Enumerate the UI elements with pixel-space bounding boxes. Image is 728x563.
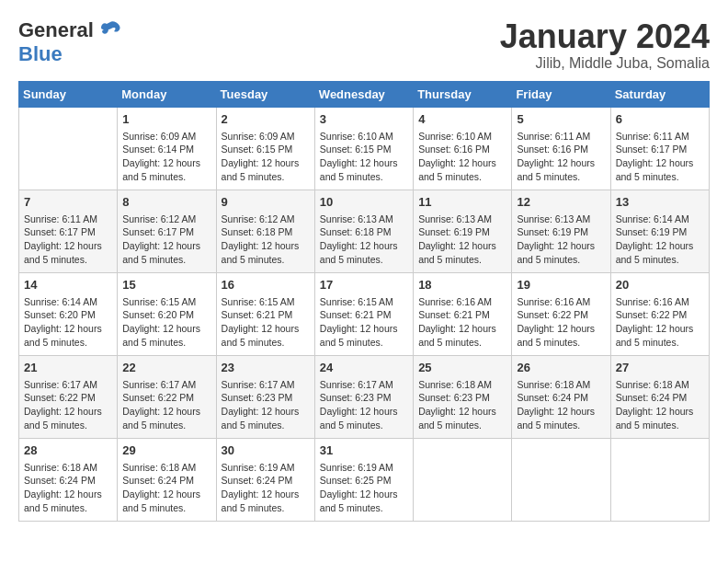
cell-info: Sunrise: 6:16 AM Sunset: 6:21 PM Dayligh… — [418, 296, 496, 348]
calendar-cell: 14Sunrise: 6:14 AM Sunset: 6:20 PM Dayli… — [19, 272, 118, 355]
calendar-cell: 17Sunrise: 6:15 AM Sunset: 6:21 PM Dayli… — [314, 272, 413, 355]
calendar-cell: 1Sunrise: 6:09 AM Sunset: 6:14 PM Daylig… — [118, 107, 216, 190]
day-number: 13 — [616, 194, 704, 211]
day-number: 20 — [616, 277, 704, 293]
cell-info: Sunrise: 6:13 AM Sunset: 6:19 PM Dayligh… — [517, 213, 595, 265]
calendar-cell: 29Sunrise: 6:18 AM Sunset: 6:24 PM Dayli… — [118, 438, 216, 521]
calendar-cell: 11Sunrise: 6:13 AM Sunset: 6:19 PM Dayli… — [414, 190, 512, 272]
day-number: 24 — [320, 360, 408, 376]
day-number: 10 — [320, 194, 408, 211]
calendar-cell: 3Sunrise: 6:10 AM Sunset: 6:15 PM Daylig… — [314, 107, 413, 190]
calendar-cell: 19Sunrise: 6:16 AM Sunset: 6:22 PM Dayli… — [512, 272, 610, 355]
day-number: 16 — [222, 277, 310, 293]
day-number: 31 — [320, 442, 408, 459]
cell-info: Sunrise: 6:15 AM Sunset: 6:20 PM Dayligh… — [122, 296, 200, 348]
cell-info: Sunrise: 6:18 AM Sunset: 6:23 PM Dayligh… — [418, 379, 496, 431]
calendar-cell: 30Sunrise: 6:19 AM Sunset: 6:24 PM Dayli… — [216, 438, 314, 521]
page-header: General Blue January 2024 Jilib, Middle … — [18, 18, 710, 72]
day-number: 25 — [418, 360, 506, 376]
calendar-cell: 31Sunrise: 6:19 AM Sunset: 6:25 PM Dayli… — [314, 438, 413, 521]
calendar-cell: 28Sunrise: 6:18 AM Sunset: 6:24 PM Dayli… — [19, 438, 118, 521]
calendar-cell: 4Sunrise: 6:10 AM Sunset: 6:16 PM Daylig… — [414, 107, 512, 190]
cell-info: Sunrise: 6:09 AM Sunset: 6:14 PM Dayligh… — [122, 131, 200, 182]
logo-text-blue: Blue — [18, 42, 123, 66]
day-number: 2 — [222, 111, 310, 128]
calendar-cell: 21Sunrise: 6:17 AM Sunset: 6:22 PM Dayli… — [19, 355, 118, 438]
calendar-week-row: 7Sunrise: 6:11 AM Sunset: 6:17 PM Daylig… — [19, 190, 710, 272]
logo-bird-icon — [97, 20, 123, 40]
calendar-cell: 12Sunrise: 6:13 AM Sunset: 6:19 PM Dayli… — [512, 190, 610, 272]
calendar-week-row: 1Sunrise: 6:09 AM Sunset: 6:14 PM Daylig… — [19, 107, 710, 190]
cell-info: Sunrise: 6:11 AM Sunset: 6:17 PM Dayligh… — [616, 131, 694, 182]
calendar-cell: 5Sunrise: 6:11 AM Sunset: 6:16 PM Daylig… — [512, 107, 610, 190]
header-thursday: Thursday — [414, 81, 512, 107]
day-number: 28 — [24, 442, 112, 459]
cell-info: Sunrise: 6:10 AM Sunset: 6:16 PM Dayligh… — [418, 131, 496, 182]
cell-info: Sunrise: 6:17 AM Sunset: 6:23 PM Dayligh… — [320, 379, 398, 431]
cell-info: Sunrise: 6:13 AM Sunset: 6:18 PM Dayligh… — [320, 213, 398, 265]
calendar-cell: 26Sunrise: 6:18 AM Sunset: 6:24 PM Dayli… — [512, 355, 610, 438]
day-number: 6 — [616, 111, 704, 128]
cell-info: Sunrise: 6:14 AM Sunset: 6:19 PM Dayligh… — [616, 213, 694, 265]
calendar-cell — [414, 438, 512, 521]
day-number: 17 — [320, 277, 408, 293]
day-number: 29 — [122, 442, 210, 459]
day-number: 7 — [24, 194, 112, 211]
calendar-cell: 16Sunrise: 6:15 AM Sunset: 6:21 PM Dayli… — [216, 272, 314, 355]
header-friday: Friday — [512, 81, 610, 107]
calendar-week-row: 21Sunrise: 6:17 AM Sunset: 6:22 PM Dayli… — [19, 355, 710, 438]
header-saturday: Saturday — [610, 81, 709, 107]
day-number: 15 — [122, 277, 210, 293]
day-number: 4 — [418, 111, 506, 128]
cell-info: Sunrise: 6:09 AM Sunset: 6:15 PM Dayligh… — [222, 131, 300, 182]
cell-info: Sunrise: 6:13 AM Sunset: 6:19 PM Dayligh… — [418, 213, 496, 265]
cell-info: Sunrise: 6:14 AM Sunset: 6:20 PM Dayligh… — [24, 296, 102, 348]
day-number: 5 — [517, 111, 605, 128]
day-number: 26 — [517, 360, 605, 376]
day-number: 11 — [418, 194, 506, 211]
day-number: 18 — [418, 277, 506, 293]
calendar-cell: 20Sunrise: 6:16 AM Sunset: 6:22 PM Dayli… — [610, 272, 709, 355]
day-number: 30 — [222, 442, 310, 459]
day-number: 19 — [517, 277, 605, 293]
cell-info: Sunrise: 6:19 AM Sunset: 6:25 PM Dayligh… — [320, 462, 398, 513]
title-block: January 2024 Jilib, Middle Juba, Somalia — [500, 18, 710, 72]
calendar-cell: 6Sunrise: 6:11 AM Sunset: 6:17 PM Daylig… — [610, 107, 709, 190]
calendar-cell: 27Sunrise: 6:18 AM Sunset: 6:24 PM Dayli… — [610, 355, 709, 438]
cell-info: Sunrise: 6:12 AM Sunset: 6:18 PM Dayligh… — [222, 213, 300, 265]
calendar-cell — [610, 438, 709, 521]
header-sunday: Sunday — [19, 81, 118, 107]
day-number: 3 — [320, 111, 408, 128]
logo-text-general: General — [18, 18, 94, 42]
cell-info: Sunrise: 6:12 AM Sunset: 6:17 PM Dayligh… — [122, 213, 200, 265]
calendar-week-row: 14Sunrise: 6:14 AM Sunset: 6:20 PM Dayli… — [19, 272, 710, 355]
cell-info: Sunrise: 6:10 AM Sunset: 6:15 PM Dayligh… — [320, 131, 398, 182]
day-number: 1 — [122, 111, 210, 128]
day-number: 9 — [222, 194, 310, 211]
header-monday: Monday — [118, 81, 216, 107]
cell-info: Sunrise: 6:11 AM Sunset: 6:17 PM Dayligh… — [24, 213, 102, 265]
calendar-title: January 2024 — [500, 18, 710, 55]
cell-info: Sunrise: 6:16 AM Sunset: 6:22 PM Dayligh… — [616, 296, 694, 348]
header-tuesday: Tuesday — [216, 81, 314, 107]
calendar-cell: 22Sunrise: 6:17 AM Sunset: 6:22 PM Dayli… — [118, 355, 216, 438]
calendar-cell: 8Sunrise: 6:12 AM Sunset: 6:17 PM Daylig… — [118, 190, 216, 272]
cell-info: Sunrise: 6:16 AM Sunset: 6:22 PM Dayligh… — [517, 296, 595, 348]
cell-info: Sunrise: 6:17 AM Sunset: 6:22 PM Dayligh… — [122, 379, 200, 431]
cell-info: Sunrise: 6:18 AM Sunset: 6:24 PM Dayligh… — [24, 462, 102, 513]
calendar-cell: 24Sunrise: 6:17 AM Sunset: 6:23 PM Dayli… — [314, 355, 413, 438]
calendar-cell: 23Sunrise: 6:17 AM Sunset: 6:23 PM Dayli… — [216, 355, 314, 438]
header-wednesday: Wednesday — [314, 81, 413, 107]
cell-info: Sunrise: 6:18 AM Sunset: 6:24 PM Dayligh… — [616, 379, 694, 431]
cell-info: Sunrise: 6:18 AM Sunset: 6:24 PM Dayligh… — [517, 379, 595, 431]
day-number: 22 — [122, 360, 210, 376]
cell-info: Sunrise: 6:15 AM Sunset: 6:21 PM Dayligh… — [320, 296, 398, 348]
calendar-cell — [512, 438, 610, 521]
logo: General Blue — [18, 18, 123, 66]
calendar-cell — [19, 107, 118, 190]
calendar-cell: 18Sunrise: 6:16 AM Sunset: 6:21 PM Dayli… — [414, 272, 512, 355]
calendar-table: SundayMondayTuesdayWednesdayThursdayFrid… — [18, 81, 710, 522]
day-number: 14 — [24, 277, 112, 293]
calendar-cell: 9Sunrise: 6:12 AM Sunset: 6:18 PM Daylig… — [216, 190, 314, 272]
calendar-header-row: SundayMondayTuesdayWednesdayThursdayFrid… — [19, 81, 710, 107]
